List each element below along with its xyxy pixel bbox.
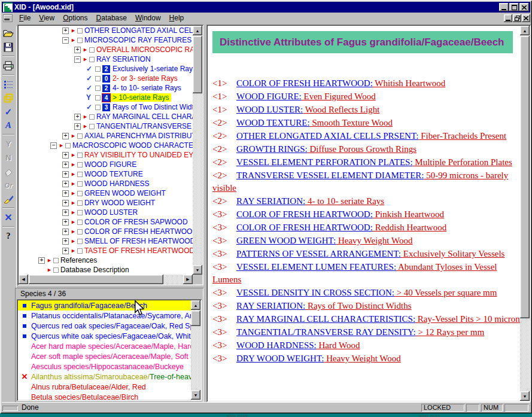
attribute-value-link[interactable]: Exclusively Solitary Vessels: [401, 249, 504, 258]
tree-expander[interactable]: +: [38, 257, 45, 264]
tree-checkbox[interactable]: [95, 105, 101, 110]
tree-expander[interactable]: +: [62, 238, 69, 245]
tree-item[interactable]: +►COLOR OF FRESH SAPWOOD: [19, 217, 193, 227]
check-icon[interactable]: ✓: [1, 105, 16, 118]
species-vertical-scrollbar[interactable]: ▲ ▼: [191, 300, 200, 400]
attribute-name-link[interactable]: DRY WOOD WEIGHT:: [236, 354, 324, 363]
tree-scroll-thumb[interactable]: [193, 36, 202, 93]
tree-checkbox[interactable]: [53, 258, 59, 263]
attribute-name-link[interactable]: VESSEL ELEMENT LUMEN FEATURES:: [236, 262, 396, 272]
attribute-name-link[interactable]: GROWTH RINGS:: [236, 144, 308, 154]
attribute-name-link[interactable]: WOOD LUSTER:: [236, 105, 303, 114]
attribute-value-link[interactable]: Heavy Weight Wood: [336, 236, 412, 245]
help-icon[interactable]: ?: [1, 230, 16, 242]
document-icon[interactable]: [3, 14, 13, 22]
attribute-value-link[interactable]: Smooth Texture Wood: [310, 118, 393, 127]
tree-checkbox[interactable]: [89, 57, 95, 62]
tree-item[interactable]: +►SMELL OF FRESH HEARTWOOD: [19, 236, 193, 246]
tree-item[interactable]: +►WOOD LUSTER: [19, 208, 193, 217]
scroll-up-button[interactable]: ▲: [191, 300, 200, 310]
attribute-name-link[interactable]: WOOD TEXTURE:: [236, 118, 310, 127]
tree-item[interactable]: ►Database Description: [19, 265, 193, 275]
tree-item[interactable]: ✓3Rays of Two Distinct Widths: [19, 102, 193, 112]
attribute-value-link[interactable]: Ray-Vessel Pits > 10 microns: [415, 314, 520, 324]
attribute-name-link[interactable]: COLOR OF FRESH HEARTWOOD:: [236, 209, 373, 219]
attribute-name-link[interactable]: COLOR OF FRESH HEARTWOOD:: [236, 78, 373, 88]
tree-expander[interactable]: +: [74, 123, 81, 130]
menu-database[interactable]: Database: [92, 13, 131, 23]
tree-checkbox[interactable]: [89, 114, 95, 120]
tree-expander[interactable]: +: [74, 114, 81, 120]
tree-expander[interactable]: +: [62, 200, 69, 206]
tree-hscroll-thumb[interactable]: [29, 275, 163, 284]
tree-expander[interactable]: +: [62, 181, 69, 187]
tree-checkbox[interactable]: [95, 76, 101, 81]
list-icon[interactable]: [1, 78, 16, 90]
tree-item[interactable]: +►RAY VISIBILITY TO UNAIDED EYE: [19, 150, 193, 160]
tree-item[interactable]: +►OVERALL MICROSCOPIC RAY FEATUR: [19, 45, 193, 54]
species-list-item[interactable]: Betula species/Betulaceae/Birch: [18, 392, 191, 400]
tree-expander[interactable]: +: [62, 162, 69, 168]
minimize-button[interactable]: [499, 3, 509, 11]
menu-window[interactable]: Window: [131, 13, 165, 23]
species-list-item[interactable]: Aesculus species/Hippocastanaceae/Buckey…: [18, 361, 191, 372]
tree-checkbox[interactable]: [77, 153, 83, 158]
title-bar[interactable]: XID - [Awood.xid]: [2, 2, 530, 13]
species-list-item[interactable]: Fagus grandifolia/Fagaceae/Beech: [18, 300, 191, 311]
tree-expander[interactable]: −: [62, 37, 69, 44]
scroll-down-button[interactable]: ▼: [520, 391, 530, 401]
tree-item[interactable]: ✓24- to 10- seriate Rays: [19, 83, 193, 93]
tree-expander[interactable]: +: [62, 28, 69, 34]
tree-checkbox[interactable]: [77, 181, 83, 187]
scroll-down-button[interactable]: ▼: [191, 390, 200, 400]
yes-icon[interactable]: Y: [1, 138, 16, 150]
tree-checkbox[interactable]: [53, 267, 59, 273]
tree-item[interactable]: +►AXIAL PARENCHYMA DISTRIBUTION: [19, 131, 193, 141]
tree-expander[interactable]: −: [50, 142, 57, 149]
tree-checkbox[interactable]: [77, 172, 83, 177]
attribute-value-link[interactable]: Even Figured Wood: [302, 92, 376, 101]
attribute-name-link[interactable]: GREEN WOOD WEIGHT:: [236, 236, 336, 245]
tree-checkbox[interactable]: [77, 38, 83, 43]
no-icon[interactable]: N: [1, 151, 16, 164]
species-list-item[interactable]: ✕Ailanthus altissima/Simaroubaceae/Tree-…: [18, 372, 191, 382]
scroll-left-button[interactable]: ◀: [19, 275, 28, 284]
tree-checkbox[interactable]: [77, 210, 83, 215]
tree-expander[interactable]: +: [62, 219, 69, 226]
attribute-name-link[interactable]: RAY MARGINAL CELL CHARACTERISTICS:: [236, 314, 415, 324]
species-list-item[interactable]: Quercus red oak species/Fagaceae/Oak, Re…: [18, 321, 191, 331]
tree-item[interactable]: −►RAY SERIATION: [19, 54, 193, 64]
tree-checkbox[interactable]: [95, 66, 101, 72]
tree-item[interactable]: +►GREEN WOOD WEIGHT: [19, 188, 193, 198]
scroll-down-button[interactable]: ▼: [193, 265, 202, 275]
print-icon[interactable]: [1, 59, 16, 72]
attribute-value-link[interactable]: Pinkish Heartwood: [373, 209, 444, 219]
tree-vertical-scrollbar[interactable]: ▲ ▼: [193, 26, 202, 275]
delete-icon[interactable]: ✕: [1, 211, 16, 224]
species-scroll-thumb[interactable]: [191, 311, 200, 326]
attribute-name-link[interactable]: TRANSVERSE VESSEL ELEMENT DIAMETER:: [236, 171, 424, 180]
tree-expander[interactable]: +: [62, 229, 69, 235]
attribute-value-link[interactable]: Reddish Heartwood: [373, 223, 446, 232]
close-button[interactable]: [519, 3, 529, 11]
tree-expander[interactable]: +: [62, 248, 69, 254]
maximize-button[interactable]: [509, 3, 519, 11]
attribute-name-link[interactable]: OTHER ELONGATED AXIAL CELLS PRSENT:: [236, 131, 419, 141]
tree-item[interactable]: +►WOOD TEXTURE: [19, 169, 193, 179]
tree-item[interactable]: +►References: [19, 255, 193, 265]
brush-icon[interactable]: [1, 193, 16, 205]
tree-expander[interactable]: +: [74, 47, 81, 53]
tree-item[interactable]: Y4> 10-seriate Rays: [19, 93, 193, 102]
attribute-value-link[interactable]: > 40 Vessels per square mm: [394, 288, 497, 297]
tree-item[interactable]: +►DRY WOOD WEIGHT: [19, 198, 193, 208]
tree-item[interactable]: ✓2Exclusively 1-seriate Rays: [19, 64, 193, 74]
tree-checkbox[interactable]: [89, 47, 95, 53]
tree-expander[interactable]: +: [62, 133, 69, 139]
attribute-name-link[interactable]: VESSEL DENSITY IN CROSS SECTION:: [236, 288, 394, 297]
tree-checkbox[interactable]: [77, 162, 83, 168]
menu-help[interactable]: Help: [165, 13, 189, 23]
species-list-item[interactable]: Acer soft maple species/Aceraceae/Maple,…: [18, 351, 191, 361]
tree-checkbox[interactable]: [89, 124, 95, 129]
tree-item[interactable]: +►WOOD FIGURE: [19, 160, 193, 169]
mdi-minimize-button[interactable]: [504, 14, 512, 22]
